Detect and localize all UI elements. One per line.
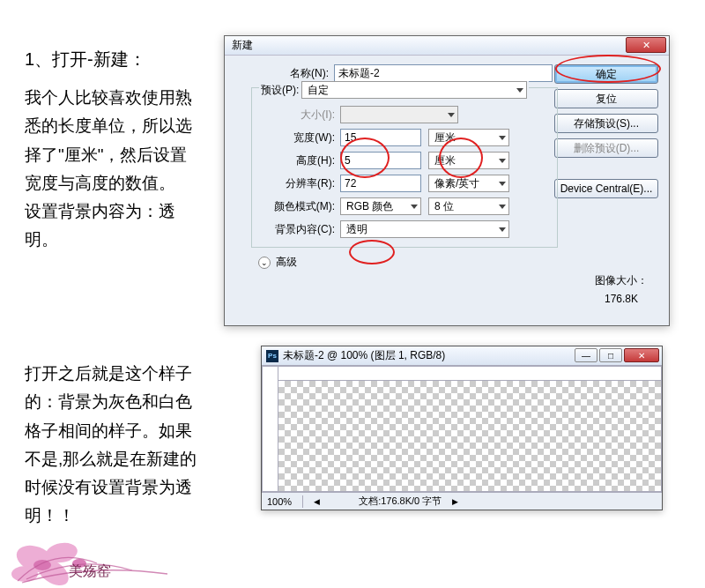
name-input[interactable] xyxy=(334,64,553,82)
resolution-unit-select[interactable]: 像素/英寸 xyxy=(428,175,509,192)
height-unit-select[interactable]: 厘米 xyxy=(428,152,509,169)
preset-value: 自定 xyxy=(308,83,329,98)
document-title: 未标题-2 @ 100% (图层 1, RGB/8) xyxy=(283,348,445,363)
width-unit-value: 厘米 xyxy=(434,130,456,145)
chevron-down-icon xyxy=(499,159,506,163)
close-button[interactable]: ✕ xyxy=(624,348,659,362)
colormode-label: 颜色模式(M): xyxy=(261,199,340,214)
size-label: 大小(I): xyxy=(261,108,340,123)
colormode-select[interactable]: RGB 颜色 xyxy=(340,197,421,215)
maximize-icon: □ xyxy=(608,351,613,361)
device-central-button[interactable]: Device Central(E)... xyxy=(554,179,658,198)
chevron-down-icon xyxy=(499,205,506,209)
height-unit-value: 厘米 xyxy=(434,153,456,168)
watermark-text: 美殇窑 xyxy=(69,563,111,578)
new-document-dialog: 新建 ✕ 确定 复位 存储预设(S)... 删除预设(D)... Device … xyxy=(224,35,670,326)
close-icon: ✕ xyxy=(642,40,650,51)
delete-preset-button: 删除预设(D)... xyxy=(554,138,658,158)
bgcontent-label: 背景内容(C): xyxy=(261,222,340,237)
scroll-icon[interactable]: ◀ xyxy=(314,497,320,506)
vertical-ruler[interactable] xyxy=(263,367,278,491)
chevron-down-icon xyxy=(499,227,506,232)
horizontal-ruler[interactable] xyxy=(278,367,661,381)
preset-select[interactable]: 自定 xyxy=(301,81,527,99)
chevron-down-icon xyxy=(516,88,523,93)
canvas-area xyxy=(262,366,662,492)
transparent-canvas[interactable] xyxy=(278,381,661,491)
height-label: 高度(H): xyxy=(261,153,340,168)
document-titlebar[interactable]: Ps 未标题-2 @ 100% (图层 1, RGB/8) — □ ✕ xyxy=(262,346,662,366)
bitdepth-value: 8 位 xyxy=(434,199,454,214)
ok-button[interactable]: 确定 xyxy=(554,64,658,84)
reset-button[interactable]: 复位 xyxy=(554,89,658,108)
size-select xyxy=(340,106,458,123)
chevron-down-icon xyxy=(411,205,418,209)
resolution-unit-value: 像素/英寸 xyxy=(434,176,479,191)
zoom-level[interactable]: 100% xyxy=(267,496,292,507)
status-bar: 100% ◀ 文档:176.8K/0 字节 ▶ xyxy=(262,492,662,510)
height-input[interactable] xyxy=(340,152,421,169)
bgcontent-select[interactable]: 透明 xyxy=(340,220,509,238)
minimize-button[interactable]: — xyxy=(575,348,597,362)
decorative-flower: 美殇窑 xyxy=(0,510,203,588)
advanced-label: 高级 xyxy=(276,255,297,270)
dialog-title: 新建 xyxy=(232,38,253,53)
close-button[interactable]: ✕ xyxy=(626,37,666,53)
width-label: 宽度(W): xyxy=(261,130,340,145)
chevron-down-icon xyxy=(499,136,506,140)
app-icon: Ps xyxy=(266,350,278,362)
bgcontent-value: 透明 xyxy=(346,222,367,237)
imagesize-label: 图像大小： xyxy=(595,272,648,291)
expand-icon: ⌄ xyxy=(258,257,271,269)
advanced-toggle[interactable]: ⌄ 高级 xyxy=(258,255,658,270)
document-window: Ps 未标题-2 @ 100% (图层 1, RGB/8) — □ ✕ 100%… xyxy=(261,346,663,510)
preset-fieldset: 预设(P): 自定 大小(I): 宽度(W): 厘米 xyxy=(251,87,558,248)
close-icon: ✕ xyxy=(638,351,645,361)
heading-text: 1、打开-新建： xyxy=(25,48,201,71)
maximize-button[interactable]: □ xyxy=(599,348,622,362)
preset-label: 预设(P): xyxy=(261,83,299,98)
document-info: 文档:176.8K/0 字节 xyxy=(359,495,442,508)
image-size-info: 图像大小： 176.8K xyxy=(595,272,648,309)
chevron-down-icon xyxy=(499,182,506,186)
name-label: 名称(N): xyxy=(235,66,334,81)
minimize-icon: — xyxy=(582,351,590,361)
info-menu-icon[interactable]: ▶ xyxy=(452,497,458,506)
instruction-text-1: 我个人比较喜欢使用熟悉的长度单位，所以选择了"厘米"，然后设置宽度与高度的数值。… xyxy=(25,84,201,255)
imagesize-value: 176.8K xyxy=(595,290,648,309)
width-input[interactable] xyxy=(340,129,421,146)
bitdepth-select[interactable]: 8 位 xyxy=(428,197,509,215)
width-unit-select[interactable]: 厘米 xyxy=(428,129,509,146)
resolution-input[interactable] xyxy=(340,175,421,192)
save-preset-button[interactable]: 存储预设(S)... xyxy=(554,114,658,133)
dialog-titlebar[interactable]: 新建 ✕ xyxy=(225,36,669,56)
colormode-value: RGB 颜色 xyxy=(346,199,393,214)
chevron-down-icon xyxy=(448,113,455,117)
instruction-text-2: 打开之后就是这个样子的：背景为灰色和白色格子相间的样子。如果不是,那么就是在新建… xyxy=(25,360,201,531)
resolution-label: 分辨率(R): xyxy=(261,176,340,191)
